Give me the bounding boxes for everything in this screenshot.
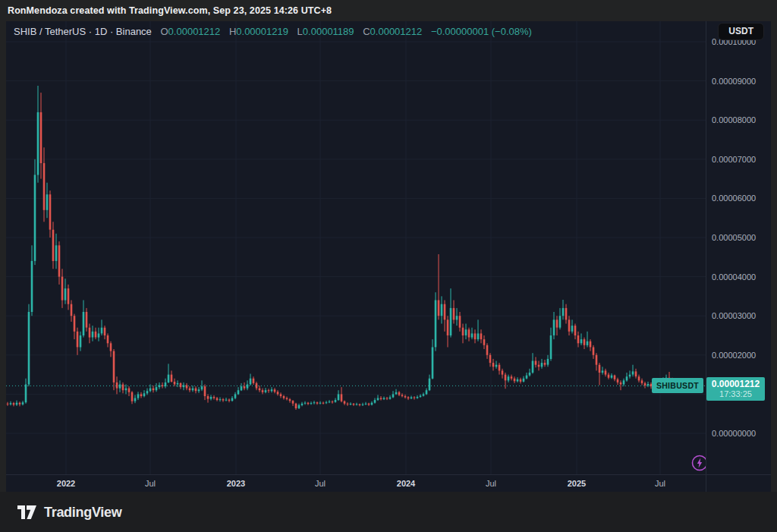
high-label: H [229,26,236,37]
x-axis-tick-label: Jul [315,475,326,492]
x-axis-tick-label: Jul [145,475,156,492]
y-axis-tick-label: 0.00002000 [712,351,756,360]
attribution-text: RonMendoza created with TradingView.com,… [8,5,332,16]
symbol-title: SHIB / TetherUS · 1D · Binance [14,26,152,37]
attribution-bar: RonMendoza created with TradingView.com,… [0,0,777,21]
footer-bar: TradingView [0,492,777,532]
candlestick-chart-pane[interactable]: SHIB / TetherUS · 1D · Binance O0.000012… [6,21,706,474]
last-price-value: 0.00001212 [706,379,765,389]
y-axis-tick-label: 0.00000000 [712,429,756,438]
low-label: L [297,26,303,37]
tradingview-logo[interactable]: TradingView [17,504,121,521]
x-axis-tick-label: 2022 [57,475,75,492]
x-axis-tick-label: 2024 [397,475,415,492]
currency-toggle-button[interactable]: USDT [718,23,764,40]
y-axis-tick-label: 0.00007000 [712,155,756,164]
x-axis-tick-label: Jul [655,475,665,492]
y-axis-tick-label: 0.00005000 [712,233,756,242]
time-axis[interactable]: 2022Jul2023Jul2024Jul2025Jul [6,474,771,492]
bar-countdown: 17:33:25 [706,389,765,398]
chart-widget: SHIB / TetherUS · 1D · Binance O0.000012… [6,21,771,492]
open-value: 0.00001212 [168,26,221,37]
flash-ideas-icon[interactable] [690,454,706,472]
axis-corner-divider [706,475,706,493]
y-axis-tick-label: 0.00009000 [712,77,756,86]
tradingview-snapshot: RonMendoza created with TradingView.com,… [0,0,777,532]
x-axis-tick-label: 2025 [568,475,586,492]
y-axis-tick-label: 0.00006000 [712,194,756,203]
price-axis[interactable]: 0.00001212 17:33:25 0.000100000.00009000… [706,21,771,474]
high-value: 0.00001219 [236,26,288,37]
y-axis-tick-label: 0.00003000 [712,311,756,320]
open-label: O [160,26,168,37]
change-value: −0.00000001 (−0.08%) [431,26,532,37]
symbol-legend: SHIB / TetherUS · 1D · Binance O0.000012… [14,26,532,37]
y-axis-tick-label: 0.00004000 [712,272,756,282]
x-axis-tick-label: 2023 [227,475,245,492]
x-axis-tick-label: Jul [486,475,496,492]
tradingview-logo-text: TradingView [44,505,121,521]
symbol-price-tag-text: SHIBUSDT [656,381,699,390]
tradingview-logo-icon [17,505,37,520]
last-price-axis-label: 0.00001212 17:33:25 [706,377,765,401]
symbol-price-tag: SHIBUSDT [652,378,703,393]
y-axis-tick-label: 0.00008000 [712,115,756,124]
close-value: 0.00001212 [370,26,423,37]
low-value: 0.00001189 [303,26,354,37]
close-label: C [363,26,370,37]
candlestick-chart [6,21,706,474]
